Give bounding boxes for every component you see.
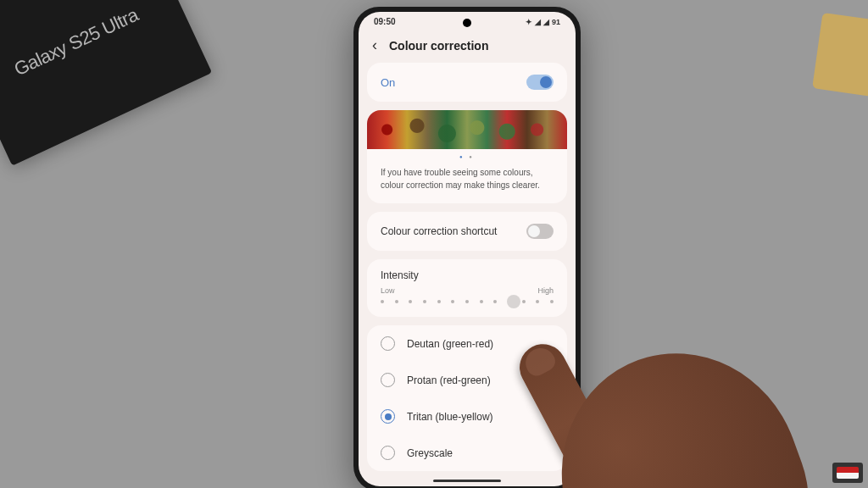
preview-image[interactable] (367, 110, 567, 149)
preview-card: ● ● If you have trouble seeing some colo… (367, 110, 567, 203)
master-toggle-switch[interactable] (526, 75, 554, 90)
option-label: Deutan (green-red) (407, 338, 493, 350)
product-box-prop: Galaxy S25 Ultra (0, 0, 212, 166)
option-label: Protan (red-green) (407, 374, 491, 386)
page-header: ‹ Colour correction (359, 28, 576, 63)
feature-description: If you have trouble seeing some colours,… (367, 163, 567, 203)
shortcut-row[interactable]: Colour correction shortcut (367, 212, 567, 251)
shortcut-toggle-switch[interactable] (526, 224, 554, 239)
camera-notch (463, 19, 471, 27)
toggle-knob (540, 76, 552, 88)
master-toggle-label: On (381, 76, 395, 89)
radio-icon (381, 336, 395, 351)
radio-icon-selected (381, 409, 395, 424)
side-prop (812, 13, 868, 97)
radio-icon (381, 373, 395, 387)
battery-level: 91 (552, 18, 560, 26)
option-label: Greyscale (407, 447, 453, 459)
shortcut-card: Colour correction shortcut (367, 212, 567, 251)
product-box-label: Galaxy S25 Ultra (11, 4, 142, 80)
channel-badge (832, 463, 863, 483)
slider-high-label: High (537, 286, 554, 295)
slider-thumb[interactable] (507, 295, 520, 308)
master-toggle-row[interactable]: On (367, 63, 567, 102)
intensity-title: Intensity (367, 259, 567, 286)
option-label: Tritan (blue-yellow) (407, 411, 493, 423)
status-indicators: ✦ ◢ ◢ 91 (526, 18, 560, 26)
carousel-dots[interactable]: ● ● (367, 149, 567, 163)
slider-low-label: Low (381, 286, 395, 295)
nav-gesture-bar[interactable] (433, 480, 501, 482)
intensity-slider[interactable] (367, 295, 567, 317)
radio-icon (381, 446, 395, 460)
wifi-icon: ✦ (526, 18, 532, 26)
status-time: 09:50 (374, 17, 396, 26)
signal-icon: ◢ (535, 18, 541, 26)
master-toggle-card: On (367, 63, 567, 102)
shortcut-label: Colour correction shortcut (381, 225, 497, 237)
intensity-card: Intensity Low High (367, 259, 567, 317)
slider-track (381, 300, 554, 303)
option-greyscale[interactable]: Greyscale (367, 435, 567, 471)
toggle-knob (528, 225, 540, 237)
signal-icon-2: ◢ (543, 18, 549, 26)
back-icon[interactable]: ‹ (372, 36, 377, 54)
page-title: Colour correction (389, 39, 488, 53)
slider-labels: Low High (367, 286, 567, 295)
